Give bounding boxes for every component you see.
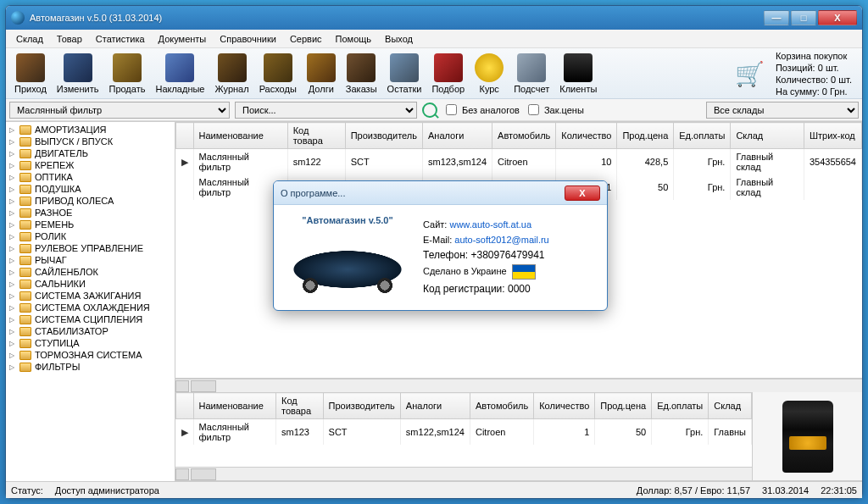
maximize-button[interactable]: □: [791, 10, 816, 25]
column-header[interactable]: Автомобиль: [492, 123, 556, 149]
menu-spravochniki[interactable]: Справочники: [213, 31, 283, 47]
tree-node[interactable]: ▷ФИЛЬТРЫ: [6, 361, 175, 373]
invoice-icon: [165, 53, 194, 82]
menu-tovar[interactable]: Товар: [50, 31, 89, 47]
oil-filter-icon: [782, 401, 833, 473]
grid-scrollbar[interactable]: [175, 379, 862, 392]
tb-kurs[interactable]: Курс: [470, 52, 509, 96]
tree-node[interactable]: ▷АМОРТИЗАЦИЯ: [6, 124, 175, 136]
folder-icon: [19, 173, 31, 182]
tree-node[interactable]: ▷СТУПИЦА: [6, 337, 175, 349]
column-header[interactable]: Количество: [556, 123, 617, 149]
table-row[interactable]: ▶Маслянный фильтрsm122SCTsm123,sm124Citr…: [176, 149, 862, 175]
close-button[interactable]: X: [818, 10, 857, 25]
tree-node[interactable]: ▷КРЕПЕЖ: [6, 159, 175, 171]
detail-scrollbar[interactable]: [175, 467, 752, 480]
tree-node[interactable]: ▷РЕМЕНЬ: [6, 219, 175, 230]
tree-node[interactable]: ▷РЫЧАГ: [6, 254, 175, 266]
column-header[interactable]: Количество: [534, 393, 595, 419]
menu-sklad[interactable]: Склад: [9, 31, 50, 47]
folder-icon: [19, 280, 31, 289]
category-tree[interactable]: ▷АМОРТИЗАЦИЯ▷ВЫПУСК / ВПУСК▷ДВИГАТЕЛЬ▷КР…: [6, 122, 175, 481]
column-header[interactable]: Прод.цена: [595, 393, 652, 419]
menu-servis[interactable]: Сервис: [283, 31, 329, 47]
titlebar[interactable]: Автомагазин v.5.0 (31.03.2014) — □ X: [6, 6, 862, 30]
cart-line2: Количество: 0 шт.: [776, 74, 852, 86]
ukraine-flag-icon: [512, 264, 536, 280]
tb-ostatki[interactable]: Остатки: [382, 52, 427, 96]
car-icon: [434, 53, 463, 82]
search-select[interactable]: Поиск...: [235, 102, 417, 119]
column-header[interactable]: Наименование: [193, 123, 287, 149]
tree-node[interactable]: ▷ПОДУШКА: [6, 183, 175, 195]
dialog-site-link[interactable]: www.auto-soft.at.ua: [449, 219, 531, 230]
folder-icon: [19, 197, 31, 206]
tree-node[interactable]: ▷ТОРМОЗНАЯ СИСТЕМА: [6, 349, 175, 361]
column-header[interactable]: Склад: [709, 393, 752, 419]
tb-prihod[interactable]: Приход: [9, 52, 52, 96]
warehouse-select[interactable]: Все склады: [706, 102, 859, 119]
tb-zhurnal[interactable]: Журнал: [210, 52, 254, 96]
column-header[interactable]: Прод.цена: [617, 123, 674, 149]
tree-node[interactable]: ▷ВЫПУСК / ВПУСК: [6, 136, 175, 147]
tree-node[interactable]: ▷ПРИВОД КОЛЕСА: [6, 195, 175, 207]
tb-dolgi[interactable]: Долги: [302, 52, 341, 96]
minimize-button[interactable]: —: [764, 10, 789, 25]
column-header[interactable]: Аналоги: [422, 123, 492, 149]
tree-node[interactable]: ▷РОЛИК: [6, 230, 175, 242]
dialog-made: Сделано в Украине: [423, 266, 507, 276]
tb-nakladnye[interactable]: Накладные: [150, 52, 209, 96]
search-icon[interactable]: [422, 102, 437, 118]
dialog-titlebar[interactable]: О программе... X: [274, 181, 607, 205]
tb-zakazy[interactable]: Заказы: [341, 52, 382, 96]
fixed-prices-checkbox[interactable]: Зак.цены: [525, 102, 584, 118]
tree-node[interactable]: ▷ДВИГАТЕЛЬ: [6, 147, 175, 159]
tree-node[interactable]: ▷СИСТЕМА СЦИПЛЕНИЯ: [6, 313, 175, 325]
category-select[interactable]: Маслянный фильтр: [9, 102, 230, 119]
column-header[interactable]: Аналоги: [400, 393, 470, 419]
column-header[interactable]: Наименование: [193, 393, 275, 419]
expenses-icon: [264, 53, 292, 82]
column-header[interactable]: Автомобиль: [470, 393, 533, 419]
tb-podschet[interactable]: Подсчет: [509, 52, 554, 96]
tb-klienty[interactable]: Клиенты: [554, 52, 602, 96]
dialog-car-image: [284, 232, 411, 300]
column-header[interactable]: Ед.оплаты: [652, 393, 709, 419]
column-header[interactable]: Код товара: [275, 393, 323, 419]
column-header[interactable]: Производитель: [345, 123, 422, 149]
journal-icon: [218, 53, 247, 82]
tb-podbor[interactable]: Подбор: [426, 52, 470, 96]
cart-icon[interactable]: 🛒: [735, 60, 767, 87]
tree-node[interactable]: ▷РУЛЕВОЕ УПРАВЛЕНИЕ: [6, 242, 175, 254]
column-header[interactable]: Склад: [731, 123, 804, 149]
folder-icon: [19, 244, 31, 253]
column-header[interactable]: Штрих-код: [804, 123, 861, 149]
tb-izmenit[interactable]: Изменить: [52, 52, 104, 96]
dialog-email-link[interactable]: auto-soft2012@mail.ru: [454, 235, 548, 245]
tree-node[interactable]: ▷ОПТИКА: [6, 171, 175, 183]
tree-node[interactable]: ▷СИСТЕМА ОХЛАЖДЕНИЯ: [6, 302, 175, 313]
tb-prodat[interactable]: Продать: [103, 52, 150, 96]
menu-help[interactable]: Помощь: [329, 31, 379, 47]
menu-exit[interactable]: Выход: [378, 31, 420, 47]
folder-icon: [19, 208, 31, 218]
folder-icon: [19, 161, 31, 170]
tree-node[interactable]: ▷СИСТЕМА ЗАЖИГАНИЯ: [6, 290, 175, 302]
column-header[interactable]: Ед.оплаты: [674, 123, 731, 149]
no-analogs-checkbox[interactable]: Без аналогов: [442, 102, 520, 118]
column-header[interactable]: Производитель: [323, 393, 400, 419]
product-image: [752, 392, 862, 480]
folder-icon: [19, 339, 31, 348]
tree-node[interactable]: ▷СТАБИЛИЗАТОР: [6, 325, 175, 337]
status-time: 22:31:05: [821, 485, 857, 496]
column-header[interactable]: Код товара: [287, 123, 345, 149]
tree-node[interactable]: ▷САЙЛЕНБЛОК: [6, 266, 175, 278]
menu-dokumenty[interactable]: Документы: [152, 31, 214, 47]
menu-statistika[interactable]: Статистика: [89, 31, 152, 47]
filter-bar: Маслянный фильтр Поиск... Без аналогов З…: [6, 99, 862, 121]
tree-node[interactable]: ▷САЛЬНИКИ: [6, 278, 175, 290]
tb-rashody[interactable]: Расходы: [254, 52, 302, 96]
dialog-close-button[interactable]: X: [565, 186, 600, 201]
tree-node[interactable]: ▷РАЗНОЕ: [6, 207, 175, 219]
cart-line1: Позиций: 0 шт.: [776, 62, 852, 74]
